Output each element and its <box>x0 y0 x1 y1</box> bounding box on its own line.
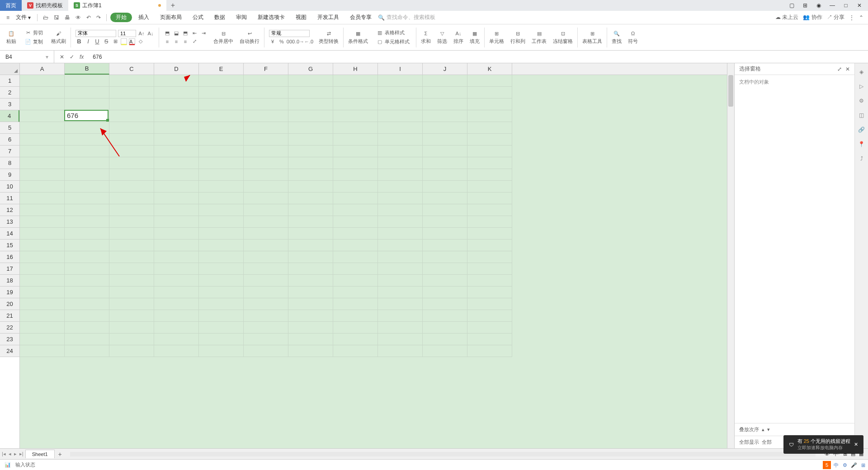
cell[interactable] <box>378 251 423 263</box>
cell[interactable] <box>109 204 154 216</box>
print-icon[interactable]: 🖶 <box>63 14 72 21</box>
cell[interactable] <box>65 251 109 263</box>
cell[interactable] <box>288 193 333 204</box>
find-button[interactable]: 🔍查找 <box>609 29 624 46</box>
cell[interactable] <box>467 75 512 87</box>
active-cell[interactable]: 676 <box>64 110 108 121</box>
cell[interactable] <box>288 345 333 357</box>
layout-icon[interactable]: ▢ <box>788 1 796 9</box>
cell[interactable] <box>199 263 244 275</box>
cell[interactable] <box>154 169 199 181</box>
row-header-3[interactable]: 3 <box>0 99 19 110</box>
hide-all-button[interactable]: 全部 <box>762 439 772 446</box>
cell[interactable] <box>20 157 65 169</box>
tab-template[interactable]: V 找稻壳模板 <box>22 0 68 11</box>
table-tools-button[interactable]: ⊞表格工具 <box>580 29 605 46</box>
row-header-14[interactable]: 14 <box>0 228 19 240</box>
col-header-C[interactable]: C <box>109 63 154 75</box>
cell[interactable] <box>65 345 109 357</box>
cell[interactable] <box>378 334 423 345</box>
cell[interactable] <box>199 75 244 87</box>
cell[interactable] <box>199 251 244 263</box>
font-name-select[interactable] <box>75 30 116 37</box>
row-header-23[interactable]: 23 <box>0 334 19 345</box>
cell[interactable] <box>199 334 244 345</box>
cell[interactable] <box>378 263 423 275</box>
menu-review[interactable]: 审阅 <box>231 12 251 23</box>
fill-button[interactable]: ▦填充 <box>467 29 482 46</box>
cell[interactable] <box>423 122 467 134</box>
cell[interactable] <box>154 334 199 345</box>
cell[interactable] <box>199 87 244 99</box>
cell[interactable] <box>20 204 65 216</box>
menu-insert[interactable]: 插入 <box>134 12 154 23</box>
col-header-B[interactable]: B <box>65 63 109 75</box>
cell[interactable] <box>20 251 65 263</box>
percent-icon[interactable]: % <box>278 38 285 45</box>
row-header-10[interactable]: 10 <box>0 181 19 193</box>
cell[interactable] <box>467 251 512 263</box>
tray-icon-3[interactable]: ⚙ <box>841 461 849 469</box>
cell[interactable] <box>423 146 467 157</box>
row-header-20[interactable]: 20 <box>0 298 19 310</box>
horizontal-scrollbar[interactable] <box>70 452 816 456</box>
wrap-button[interactable]: ↩自动换行 <box>237 29 262 46</box>
close-button[interactable]: ✕ <box>855 1 863 9</box>
cell[interactable] <box>467 310 512 322</box>
cell[interactable] <box>109 146 154 157</box>
cell[interactable] <box>20 193 65 204</box>
menu-formula[interactable]: 公式 <box>188 12 208 23</box>
more-icon[interactable]: ⋮ <box>849 14 854 21</box>
tab-workbook[interactable]: S 工作簿1 <box>68 0 166 11</box>
tab-add-button[interactable]: + <box>166 1 179 9</box>
cell[interactable] <box>288 169 333 181</box>
cells-button[interactable]: ⊞单元格 <box>486 29 507 46</box>
cloud-status[interactable]: ☁ 未上云 <box>775 14 798 21</box>
cell[interactable] <box>288 263 333 275</box>
cell[interactable] <box>154 146 199 157</box>
cell[interactable] <box>20 310 65 322</box>
dec-decimal-icon[interactable]: ←.0 <box>305 38 312 45</box>
cell[interactable] <box>378 146 423 157</box>
cell[interactable] <box>423 263 467 275</box>
cell[interactable] <box>199 181 244 193</box>
align-top-icon[interactable]: ⬒ <box>164 30 171 37</box>
cell[interactable] <box>467 169 512 181</box>
cell[interactable] <box>288 334 333 345</box>
side-settings-icon[interactable]: ⚙ <box>858 97 866 105</box>
type-convert-button[interactable]: ⇄类型转换 <box>316 29 341 46</box>
cell[interactable] <box>20 240 65 251</box>
menu-start[interactable]: 开始 <box>110 13 132 22</box>
cell[interactable] <box>244 204 288 216</box>
cell[interactable] <box>333 216 378 228</box>
undo-icon[interactable]: ↶ <box>85 14 93 21</box>
cell[interactable] <box>109 110 154 122</box>
cell[interactable] <box>467 240 512 251</box>
cell[interactable] <box>244 263 288 275</box>
cell[interactable] <box>333 110 378 122</box>
align-left-icon[interactable]: ≡ <box>164 38 171 45</box>
open-icon[interactable]: 🗁 <box>41 14 50 21</box>
cell[interactable] <box>423 334 467 345</box>
cell[interactable] <box>65 99 109 110</box>
formula-input[interactable]: 676 <box>89 54 868 60</box>
collapse-ribbon-icon[interactable]: ⌃ <box>859 14 863 21</box>
menu-devtools[interactable]: 开发工具 <box>313 12 344 23</box>
cell[interactable] <box>65 275 109 287</box>
copy-button[interactable]: 📄复制 <box>23 38 45 46</box>
stack-down-icon[interactable]: ▾ <box>767 427 770 432</box>
cell[interactable] <box>423 75 467 87</box>
cell[interactable] <box>244 110 288 122</box>
cell[interactable] <box>288 134 333 146</box>
cell[interactable] <box>199 204 244 216</box>
cell[interactable] <box>423 87 467 99</box>
cell[interactable] <box>20 146 65 157</box>
cell[interactable] <box>244 122 288 134</box>
freeze-button[interactable]: ⊡冻结窗格 <box>550 29 576 46</box>
cell[interactable] <box>467 157 512 169</box>
last-sheet-icon[interactable]: ▸| <box>19 451 24 457</box>
cell[interactable] <box>333 134 378 146</box>
cell[interactable] <box>288 287 333 298</box>
cell[interactable] <box>109 322 154 334</box>
cell[interactable] <box>109 87 154 99</box>
